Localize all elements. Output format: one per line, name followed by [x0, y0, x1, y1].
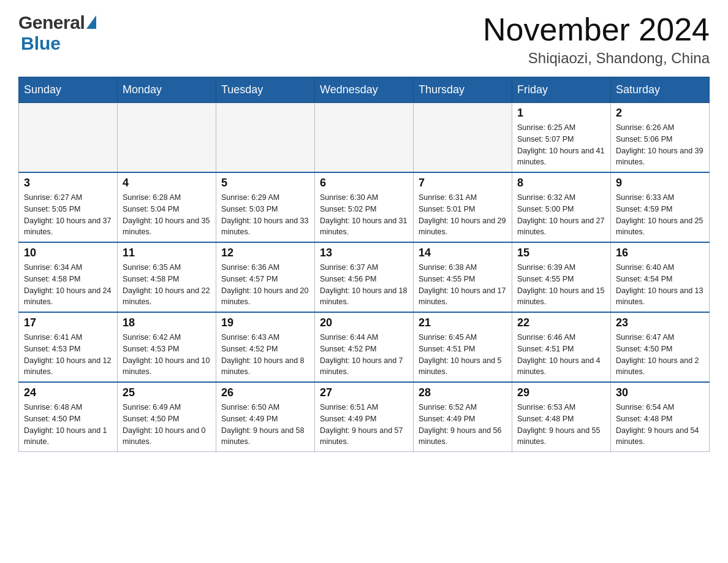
day-info: Sunrise: 6:42 AMSunset: 4:53 PMDaylight:… — [123, 332, 211, 378]
day-info: Sunrise: 6:52 AMSunset: 4:49 PMDaylight:… — [419, 402, 507, 448]
month-title: November 2024 — [483, 12, 710, 47]
day-number: 2 — [616, 107, 704, 120]
day-info: Sunrise: 6:47 AMSunset: 4:50 PMDaylight:… — [616, 332, 704, 378]
day-number: 23 — [616, 316, 704, 329]
day-info: Sunrise: 6:38 AMSunset: 4:55 PMDaylight:… — [419, 262, 507, 308]
calendar-week-row: 24Sunrise: 6:48 AMSunset: 4:50 PMDayligh… — [19, 382, 710, 452]
day-info: Sunrise: 6:43 AMSunset: 4:52 PMDaylight:… — [221, 332, 309, 378]
calendar-day-cell: 27Sunrise: 6:51 AMSunset: 4:49 PMDayligh… — [315, 382, 414, 452]
day-number: 6 — [320, 177, 408, 190]
day-info: Sunrise: 6:46 AMSunset: 4:51 PMDaylight:… — [517, 332, 605, 378]
day-info: Sunrise: 6:32 AMSunset: 5:00 PMDaylight:… — [517, 192, 605, 238]
day-number: 29 — [517, 386, 605, 399]
calendar-day-cell: 5Sunrise: 6:29 AMSunset: 5:03 PMDaylight… — [216, 172, 315, 242]
day-number: 27 — [320, 386, 408, 399]
calendar-day-cell: 20Sunrise: 6:44 AMSunset: 4:52 PMDayligh… — [315, 312, 414, 382]
calendar-day-cell: 13Sunrise: 6:37 AMSunset: 4:56 PMDayligh… — [315, 242, 414, 312]
calendar-day-cell: 2Sunrise: 6:26 AMSunset: 5:06 PMDaylight… — [611, 103, 710, 173]
calendar-day-cell: 22Sunrise: 6:46 AMSunset: 4:51 PMDayligh… — [512, 312, 611, 382]
calendar-day-cell: 4Sunrise: 6:28 AMSunset: 5:04 PMDaylight… — [118, 172, 216, 242]
day-info: Sunrise: 6:40 AMSunset: 4:54 PMDaylight:… — [616, 262, 704, 308]
calendar-day-cell: 23Sunrise: 6:47 AMSunset: 4:50 PMDayligh… — [611, 312, 710, 382]
calendar-day-cell: 18Sunrise: 6:42 AMSunset: 4:53 PMDayligh… — [118, 312, 216, 382]
day-number: 1 — [517, 107, 605, 120]
day-number: 4 — [123, 177, 211, 190]
calendar-day-cell: 17Sunrise: 6:41 AMSunset: 4:53 PMDayligh… — [19, 312, 118, 382]
weekday-header-friday: Friday — [512, 77, 611, 103]
calendar-day-cell: 15Sunrise: 6:39 AMSunset: 4:55 PMDayligh… — [512, 242, 611, 312]
calendar-day-cell: 16Sunrise: 6:40 AMSunset: 4:54 PMDayligh… — [611, 242, 710, 312]
calendar-day-cell: 12Sunrise: 6:36 AMSunset: 4:57 PMDayligh… — [216, 242, 315, 312]
day-info: Sunrise: 6:54 AMSunset: 4:48 PMDaylight:… — [616, 402, 704, 448]
logo: General Blue — [18, 12, 96, 54]
day-number: 11 — [123, 247, 211, 259]
day-info: Sunrise: 6:25 AMSunset: 5:07 PMDaylight:… — [517, 122, 605, 168]
day-number: 10 — [24, 247, 112, 259]
day-number: 24 — [24, 386, 112, 399]
day-info: Sunrise: 6:35 AMSunset: 4:58 PMDaylight:… — [123, 262, 211, 308]
day-number: 5 — [221, 177, 309, 190]
day-info: Sunrise: 6:51 AMSunset: 4:49 PMDaylight:… — [320, 402, 408, 448]
day-info: Sunrise: 6:34 AMSunset: 4:58 PMDaylight:… — [24, 262, 112, 308]
location-subtitle: Shiqiaozi, Shandong, China — [483, 50, 710, 67]
calendar-day-cell: 25Sunrise: 6:49 AMSunset: 4:50 PMDayligh… — [118, 382, 216, 452]
calendar-day-cell: 7Sunrise: 6:31 AMSunset: 5:01 PMDaylight… — [414, 172, 512, 242]
calendar-day-cell: 30Sunrise: 6:54 AMSunset: 4:48 PMDayligh… — [611, 382, 710, 452]
day-info: Sunrise: 6:31 AMSunset: 5:01 PMDaylight:… — [419, 192, 507, 238]
calendar-day-cell: 29Sunrise: 6:53 AMSunset: 4:48 PMDayligh… — [512, 382, 611, 452]
calendar-day-cell: 19Sunrise: 6:43 AMSunset: 4:52 PMDayligh… — [216, 312, 315, 382]
calendar-day-cell — [19, 103, 118, 173]
day-info: Sunrise: 6:45 AMSunset: 4:51 PMDaylight:… — [419, 332, 507, 378]
weekday-header-tuesday: Tuesday — [216, 77, 315, 103]
day-number: 16 — [616, 247, 704, 259]
calendar-day-cell — [315, 103, 414, 173]
day-info: Sunrise: 6:50 AMSunset: 4:49 PMDaylight:… — [221, 402, 309, 448]
day-number: 30 — [616, 386, 704, 399]
calendar-day-cell — [216, 103, 315, 173]
calendar-table: SundayMondayTuesdayWednesdayThursdayFrid… — [18, 77, 710, 452]
day-info: Sunrise: 6:49 AMSunset: 4:50 PMDaylight:… — [123, 402, 211, 448]
weekday-header-sunday: Sunday — [19, 77, 118, 103]
day-info: Sunrise: 6:44 AMSunset: 4:52 PMDaylight:… — [320, 332, 408, 378]
day-number: 28 — [419, 386, 507, 399]
calendar-week-row: 17Sunrise: 6:41 AMSunset: 4:53 PMDayligh… — [19, 312, 710, 382]
day-info: Sunrise: 6:29 AMSunset: 5:03 PMDaylight:… — [221, 192, 309, 238]
calendar-day-cell: 3Sunrise: 6:27 AMSunset: 5:05 PMDaylight… — [19, 172, 118, 242]
day-number: 3 — [24, 177, 112, 190]
day-number: 12 — [221, 247, 309, 259]
day-info: Sunrise: 6:53 AMSunset: 4:48 PMDaylight:… — [517, 402, 605, 448]
day-number: 19 — [221, 316, 309, 329]
calendar-day-cell: 6Sunrise: 6:30 AMSunset: 5:02 PMDaylight… — [315, 172, 414, 242]
day-number: 21 — [419, 316, 507, 329]
calendar-day-cell: 24Sunrise: 6:48 AMSunset: 4:50 PMDayligh… — [19, 382, 118, 452]
day-info: Sunrise: 6:26 AMSunset: 5:06 PMDaylight:… — [616, 122, 704, 168]
day-info: Sunrise: 6:33 AMSunset: 4:59 PMDaylight:… — [616, 192, 704, 238]
weekday-header-thursday: Thursday — [414, 77, 512, 103]
calendar-day-cell: 21Sunrise: 6:45 AMSunset: 4:51 PMDayligh… — [414, 312, 512, 382]
day-info: Sunrise: 6:48 AMSunset: 4:50 PMDaylight:… — [24, 402, 112, 448]
day-info: Sunrise: 6:30 AMSunset: 5:02 PMDaylight:… — [320, 192, 408, 238]
calendar-day-cell — [118, 103, 216, 173]
day-number: 25 — [123, 386, 211, 399]
calendar-day-cell: 8Sunrise: 6:32 AMSunset: 5:00 PMDaylight… — [512, 172, 611, 242]
day-number: 8 — [517, 177, 605, 190]
day-number: 14 — [419, 247, 507, 259]
weekday-header-saturday: Saturday — [611, 77, 710, 103]
calendar-day-cell: 11Sunrise: 6:35 AMSunset: 4:58 PMDayligh… — [118, 242, 216, 312]
calendar-header-row: SundayMondayTuesdayWednesdayThursdayFrid… — [19, 77, 710, 103]
logo-triangle-icon — [86, 15, 96, 29]
calendar-day-cell: 10Sunrise: 6:34 AMSunset: 4:58 PMDayligh… — [19, 242, 118, 312]
calendar-day-cell: 26Sunrise: 6:50 AMSunset: 4:49 PMDayligh… — [216, 382, 315, 452]
day-number: 7 — [419, 177, 507, 190]
day-number: 13 — [320, 247, 408, 259]
calendar-day-cell — [414, 103, 512, 173]
calendar-day-cell: 1Sunrise: 6:25 AMSunset: 5:07 PMDaylight… — [512, 103, 611, 173]
day-number: 22 — [517, 316, 605, 329]
logo-general-text: General — [18, 12, 85, 33]
calendar-week-row: 1Sunrise: 6:25 AMSunset: 5:07 PMDaylight… — [19, 103, 710, 173]
calendar-week-row: 3Sunrise: 6:27 AMSunset: 5:05 PMDaylight… — [19, 172, 710, 242]
day-info: Sunrise: 6:28 AMSunset: 5:04 PMDaylight:… — [123, 192, 211, 238]
day-info: Sunrise: 6:41 AMSunset: 4:53 PMDaylight:… — [24, 332, 112, 378]
weekday-header-wednesday: Wednesday — [315, 77, 414, 103]
logo-blue-text: Blue — [21, 33, 61, 54]
